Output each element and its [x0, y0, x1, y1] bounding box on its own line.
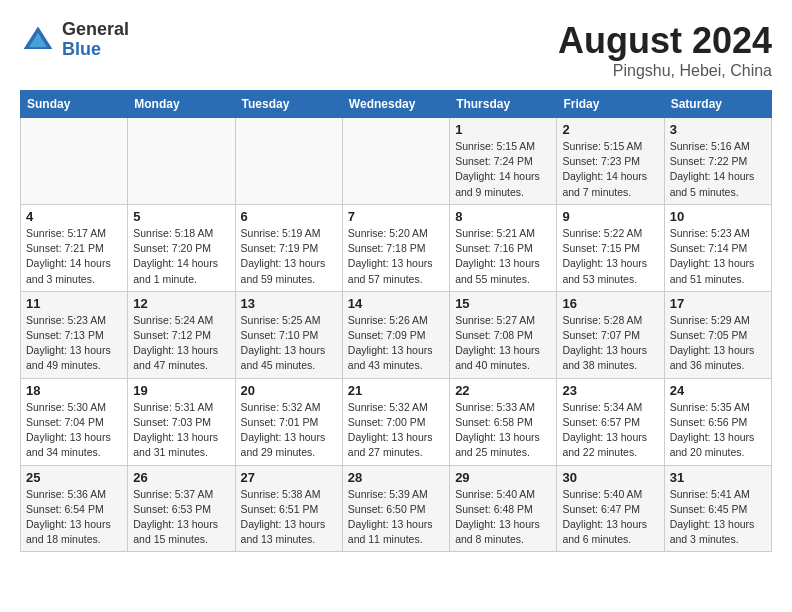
day-number: 25 — [26, 470, 122, 485]
day-cell: 22Sunrise: 5:33 AM Sunset: 6:58 PM Dayli… — [450, 378, 557, 465]
day-number: 27 — [241, 470, 337, 485]
day-info: Sunrise: 5:37 AM Sunset: 6:53 PM Dayligh… — [133, 487, 229, 548]
day-number: 12 — [133, 296, 229, 311]
title-block: August 2024 Pingshu, Hebei, China — [558, 20, 772, 80]
day-number: 7 — [348, 209, 444, 224]
day-number: 23 — [562, 383, 658, 398]
day-number: 16 — [562, 296, 658, 311]
day-cell — [128, 118, 235, 205]
day-info: Sunrise: 5:23 AM Sunset: 7:13 PM Dayligh… — [26, 313, 122, 374]
day-info: Sunrise: 5:41 AM Sunset: 6:45 PM Dayligh… — [670, 487, 766, 548]
week-row-2: 4Sunrise: 5:17 AM Sunset: 7:21 PM Daylig… — [21, 204, 772, 291]
day-cell: 21Sunrise: 5:32 AM Sunset: 7:00 PM Dayli… — [342, 378, 449, 465]
day-info: Sunrise: 5:16 AM Sunset: 7:22 PM Dayligh… — [670, 139, 766, 200]
week-row-3: 11Sunrise: 5:23 AM Sunset: 7:13 PM Dayli… — [21, 291, 772, 378]
day-cell: 7Sunrise: 5:20 AM Sunset: 7:18 PM Daylig… — [342, 204, 449, 291]
logo-text: General Blue — [62, 20, 129, 60]
logo: General Blue — [20, 20, 129, 60]
day-cell — [235, 118, 342, 205]
day-cell: 1Sunrise: 5:15 AM Sunset: 7:24 PM Daylig… — [450, 118, 557, 205]
week-row-4: 18Sunrise: 5:30 AM Sunset: 7:04 PM Dayli… — [21, 378, 772, 465]
day-info: Sunrise: 5:33 AM Sunset: 6:58 PM Dayligh… — [455, 400, 551, 461]
day-info: Sunrise: 5:32 AM Sunset: 7:01 PM Dayligh… — [241, 400, 337, 461]
day-cell: 19Sunrise: 5:31 AM Sunset: 7:03 PM Dayli… — [128, 378, 235, 465]
day-info: Sunrise: 5:27 AM Sunset: 7:08 PM Dayligh… — [455, 313, 551, 374]
day-info: Sunrise: 5:15 AM Sunset: 7:24 PM Dayligh… — [455, 139, 551, 200]
day-cell — [342, 118, 449, 205]
day-info: Sunrise: 5:21 AM Sunset: 7:16 PM Dayligh… — [455, 226, 551, 287]
day-info: Sunrise: 5:32 AM Sunset: 7:00 PM Dayligh… — [348, 400, 444, 461]
day-cell: 25Sunrise: 5:36 AM Sunset: 6:54 PM Dayli… — [21, 465, 128, 552]
logo-icon — [20, 22, 56, 58]
day-cell: 29Sunrise: 5:40 AM Sunset: 6:48 PM Dayli… — [450, 465, 557, 552]
day-header-wednesday: Wednesday — [342, 91, 449, 118]
day-cell: 16Sunrise: 5:28 AM Sunset: 7:07 PM Dayli… — [557, 291, 664, 378]
day-info: Sunrise: 5:40 AM Sunset: 6:47 PM Dayligh… — [562, 487, 658, 548]
day-number: 30 — [562, 470, 658, 485]
day-cell: 6Sunrise: 5:19 AM Sunset: 7:19 PM Daylig… — [235, 204, 342, 291]
day-info: Sunrise: 5:17 AM Sunset: 7:21 PM Dayligh… — [26, 226, 122, 287]
day-cell: 10Sunrise: 5:23 AM Sunset: 7:14 PM Dayli… — [664, 204, 771, 291]
day-header-monday: Monday — [128, 91, 235, 118]
day-info: Sunrise: 5:35 AM Sunset: 6:56 PM Dayligh… — [670, 400, 766, 461]
day-cell: 18Sunrise: 5:30 AM Sunset: 7:04 PM Dayli… — [21, 378, 128, 465]
day-cell: 24Sunrise: 5:35 AM Sunset: 6:56 PM Dayli… — [664, 378, 771, 465]
day-number: 4 — [26, 209, 122, 224]
day-cell: 11Sunrise: 5:23 AM Sunset: 7:13 PM Dayli… — [21, 291, 128, 378]
day-info: Sunrise: 5:38 AM Sunset: 6:51 PM Dayligh… — [241, 487, 337, 548]
day-cell: 20Sunrise: 5:32 AM Sunset: 7:01 PM Dayli… — [235, 378, 342, 465]
day-number: 9 — [562, 209, 658, 224]
day-number: 20 — [241, 383, 337, 398]
day-info: Sunrise: 5:28 AM Sunset: 7:07 PM Dayligh… — [562, 313, 658, 374]
week-row-5: 25Sunrise: 5:36 AM Sunset: 6:54 PM Dayli… — [21, 465, 772, 552]
day-info: Sunrise: 5:24 AM Sunset: 7:12 PM Dayligh… — [133, 313, 229, 374]
day-info: Sunrise: 5:30 AM Sunset: 7:04 PM Dayligh… — [26, 400, 122, 461]
day-cell — [21, 118, 128, 205]
day-info: Sunrise: 5:36 AM Sunset: 6:54 PM Dayligh… — [26, 487, 122, 548]
day-info: Sunrise: 5:23 AM Sunset: 7:14 PM Dayligh… — [670, 226, 766, 287]
day-number: 15 — [455, 296, 551, 311]
day-number: 5 — [133, 209, 229, 224]
day-number: 14 — [348, 296, 444, 311]
day-header-friday: Friday — [557, 91, 664, 118]
day-number: 28 — [348, 470, 444, 485]
day-number: 8 — [455, 209, 551, 224]
day-cell: 3Sunrise: 5:16 AM Sunset: 7:22 PM Daylig… — [664, 118, 771, 205]
day-info: Sunrise: 5:34 AM Sunset: 6:57 PM Dayligh… — [562, 400, 658, 461]
day-info: Sunrise: 5:31 AM Sunset: 7:03 PM Dayligh… — [133, 400, 229, 461]
header-row: SundayMondayTuesdayWednesdayThursdayFrid… — [21, 91, 772, 118]
day-number: 26 — [133, 470, 229, 485]
day-info: Sunrise: 5:26 AM Sunset: 7:09 PM Dayligh… — [348, 313, 444, 374]
week-row-1: 1Sunrise: 5:15 AM Sunset: 7:24 PM Daylig… — [21, 118, 772, 205]
day-cell: 13Sunrise: 5:25 AM Sunset: 7:10 PM Dayli… — [235, 291, 342, 378]
logo-line2: Blue — [62, 40, 129, 60]
day-header-tuesday: Tuesday — [235, 91, 342, 118]
day-number: 2 — [562, 122, 658, 137]
day-cell: 14Sunrise: 5:26 AM Sunset: 7:09 PM Dayli… — [342, 291, 449, 378]
day-header-sunday: Sunday — [21, 91, 128, 118]
day-cell: 23Sunrise: 5:34 AM Sunset: 6:57 PM Dayli… — [557, 378, 664, 465]
day-number: 31 — [670, 470, 766, 485]
day-number: 18 — [26, 383, 122, 398]
day-cell: 26Sunrise: 5:37 AM Sunset: 6:53 PM Dayli… — [128, 465, 235, 552]
day-cell: 27Sunrise: 5:38 AM Sunset: 6:51 PM Dayli… — [235, 465, 342, 552]
day-number: 3 — [670, 122, 766, 137]
day-header-thursday: Thursday — [450, 91, 557, 118]
day-info: Sunrise: 5:29 AM Sunset: 7:05 PM Dayligh… — [670, 313, 766, 374]
day-info: Sunrise: 5:20 AM Sunset: 7:18 PM Dayligh… — [348, 226, 444, 287]
day-info: Sunrise: 5:25 AM Sunset: 7:10 PM Dayligh… — [241, 313, 337, 374]
day-number: 13 — [241, 296, 337, 311]
day-number: 24 — [670, 383, 766, 398]
day-info: Sunrise: 5:40 AM Sunset: 6:48 PM Dayligh… — [455, 487, 551, 548]
day-number: 19 — [133, 383, 229, 398]
day-cell: 30Sunrise: 5:40 AM Sunset: 6:47 PM Dayli… — [557, 465, 664, 552]
day-info: Sunrise: 5:39 AM Sunset: 6:50 PM Dayligh… — [348, 487, 444, 548]
page-header: General Blue August 2024 Pingshu, Hebei,… — [20, 20, 772, 80]
day-cell: 5Sunrise: 5:18 AM Sunset: 7:20 PM Daylig… — [128, 204, 235, 291]
day-info: Sunrise: 5:18 AM Sunset: 7:20 PM Dayligh… — [133, 226, 229, 287]
day-number: 22 — [455, 383, 551, 398]
day-cell: 9Sunrise: 5:22 AM Sunset: 7:15 PM Daylig… — [557, 204, 664, 291]
day-cell: 28Sunrise: 5:39 AM Sunset: 6:50 PM Dayli… — [342, 465, 449, 552]
day-cell: 12Sunrise: 5:24 AM Sunset: 7:12 PM Dayli… — [128, 291, 235, 378]
day-cell: 4Sunrise: 5:17 AM Sunset: 7:21 PM Daylig… — [21, 204, 128, 291]
